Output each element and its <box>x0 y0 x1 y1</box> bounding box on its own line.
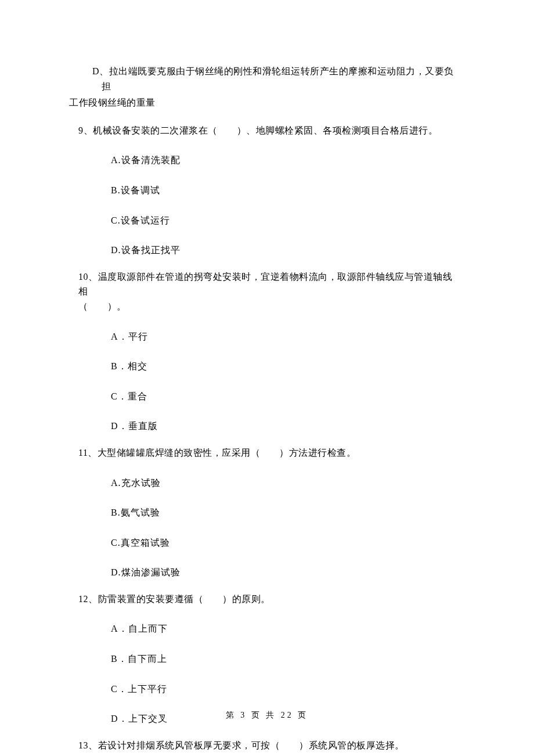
q10-stem-line2: （ ）。 <box>78 299 459 314</box>
q13-stem: 13、若设计对排烟系统风管板厚无要求，可按（ ）系统风管的板厚选择。 <box>78 738 459 753</box>
q8-option-d-line1: D、拉出端既要克服由于钢丝绳的刚性和滑轮组运转所产生的摩擦和运动阻力，又要负担 <box>102 64 459 93</box>
q12-option-c: C．上下平行 <box>111 682 459 697</box>
q11-option-d: D.煤油渗漏试验 <box>111 565 459 580</box>
q10-option-a: A．平行 <box>111 329 459 344</box>
q8-option-d-line2: 工作段钢丝绳的重量 <box>78 95 459 110</box>
q12-option-a: A．自上而下 <box>111 621 459 636</box>
question-12: 12、防雷装置的安装要遵循（ ）的原则。 A．自上而下 B．自下而上 C．上下平… <box>78 592 459 726</box>
question-10: 10、温度取源部件在管道的拐弯处安装时，宜逆着物料流向，取源部件轴线应与管道轴线… <box>78 269 459 434</box>
q9-options: A.设备清洗装配 B.设备调试 C.设备试运行 D.设备找正找平 <box>111 153 459 257</box>
q11-stem: 11、大型储罐罐底焊缝的致密性，应采用（ ）方法进行检查。 <box>78 445 459 460</box>
question-13: 13、若设计对排烟系统风管板厚无要求，可按（ ）系统风管的板厚选择。 A、中压 … <box>78 738 459 756</box>
q11-option-c: C.真空箱试验 <box>111 535 459 550</box>
page-footer: 第 3 页 共 22 页 <box>0 709 534 722</box>
q8-option-d-continuation: D、拉出端既要克服由于钢丝绳的刚性和滑轮组运转所产生的摩擦和运动阻力，又要负担 … <box>102 64 459 110</box>
q12-stem: 12、防雷装置的安装要遵循（ ）的原则。 <box>78 592 459 607</box>
q10-option-b: B．相交 <box>111 359 459 374</box>
q11-option-a: A.充水试验 <box>111 476 459 491</box>
q10-stem: 10、温度取源部件在管道的拐弯处安装时，宜逆着物料流向，取源部件轴线应与管道轴线… <box>78 269 459 314</box>
q10-option-d: D．垂直版 <box>111 419 459 434</box>
q10-option-c: C．重合 <box>111 389 459 404</box>
q10-options: A．平行 B．相交 C．重合 D．垂直版 <box>111 329 459 434</box>
q9-option-a: A.设备清洗装配 <box>111 153 459 168</box>
q11-options: A.充水试验 B.氨气试验 C.真空箱试验 D.煤油渗漏试验 <box>111 476 459 580</box>
q9-option-b: B.设备调试 <box>111 183 459 198</box>
question-9: 9、机械设备安装的二次灌浆在（ ）、地脚螺栓紧固、各项检测项目合格后进行。 A.… <box>78 123 459 258</box>
q10-stem-line1: 10、温度取源部件在管道的拐弯处安装时，宜逆着物料流向，取源部件轴线应与管道轴线… <box>78 269 459 299</box>
page-content: D、拉出端既要克服由于钢丝绳的刚性和滑轮组运转所产生的摩擦和运动阻力，又要负担 … <box>0 0 534 756</box>
q9-option-c: C.设备试运行 <box>111 213 459 228</box>
question-11: 11、大型储罐罐底焊缝的致密性，应采用（ ）方法进行检查。 A.充水试验 B.氨… <box>78 445 459 580</box>
q11-option-b: B.氨气试验 <box>111 505 459 520</box>
q9-stem: 9、机械设备安装的二次灌浆在（ ）、地脚螺栓紧固、各项检测项目合格后进行。 <box>78 123 459 138</box>
q12-option-b: B．自下而上 <box>111 651 459 667</box>
q9-option-d: D.设备找正找平 <box>111 243 459 258</box>
